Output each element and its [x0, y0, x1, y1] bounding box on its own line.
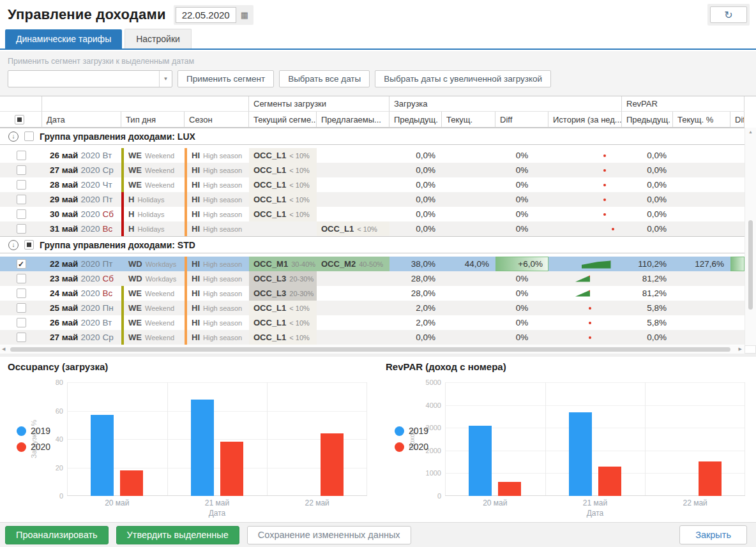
row-checkbox[interactable] [17, 303, 26, 313]
season-code: HI [192, 333, 200, 342]
collapse-icon[interactable]: ↓ [8, 240, 19, 250]
segment-range: < 10% [357, 225, 377, 233]
rows-host: ↓Группа управления доходами: LUX26 май20… [0, 128, 745, 345]
day-type-name: Weekend [145, 290, 174, 297]
analyze-button[interactable]: Проанализировать [5, 526, 109, 544]
vertical-scrollbar[interactable]: ▲ ▼ [745, 128, 756, 354]
row-checkbox[interactable] [17, 195, 26, 204]
col-history[interactable]: История (за нед... [548, 112, 622, 128]
table-row[interactable]: 28 май2020ЧтWEWeekendHIHigh seasonOCC_L1… [0, 177, 745, 192]
scroll-left-icon[interactable]: ◀ [2, 347, 5, 352]
row-checkbox[interactable] [17, 318, 26, 327]
table-row[interactable]: ✓22 май2020ПтWDWorkdaysHIHigh seasonOCC_… [0, 257, 745, 271]
day-type-code: H [128, 209, 134, 219]
col-revpar-diff[interactable]: Diff [730, 112, 745, 128]
date-year: 2020 [80, 224, 100, 234]
group-checkbox[interactable] [24, 240, 34, 250]
collapse-icon[interactable]: ↓ [8, 131, 19, 142]
date-weekday: Пт [102, 259, 112, 269]
approve-selected-button[interactable]: Утвердить выделенные [116, 526, 239, 544]
history-wedge-sparkline [575, 290, 590, 297]
revpar-prev-cell: 0,0% [622, 148, 673, 163]
calendar-icon[interactable]: ▦ [241, 11, 248, 19]
close-button[interactable]: Закрыть [679, 525, 747, 544]
day-type-name: Weekend [145, 152, 174, 160]
refresh-button[interactable]: ↻ [710, 6, 747, 23]
col-revpar-curr[interactable]: Текущ. % [673, 112, 730, 128]
row-checkbox[interactable] [17, 224, 26, 234]
history-sparkline-cell [548, 163, 622, 177]
table-row[interactable]: 31 май2020ВсHHolidaysHIHigh seasonOCC_L1… [0, 221, 745, 236]
table-row[interactable]: 24 май2020ВсWEWeekendHIHigh seasonOCC_L3… [0, 286, 745, 301]
row-checkbox-cell [0, 177, 42, 192]
row-checkbox[interactable] [17, 151, 26, 160]
table-row[interactable]: 25 май2020ПнWEWeekendHIHigh seasonOCC_L1… [0, 301, 745, 315]
date-picker[interactable]: 22.05.2020 ▦ [174, 5, 253, 25]
tab-dynamic-rates[interactable]: Динамические тарифы [5, 29, 122, 49]
filter-controls: ▼ Применить сегмент Выбрать все даты Выб… [8, 70, 748, 87]
col-proposed-segment[interactable]: Предлагаемы... [317, 112, 389, 128]
select-increased-load-dates-button[interactable]: Выбрать даты с увеличенной загрузкой [375, 70, 551, 87]
apply-segment-button[interactable]: Применить сегмент [178, 70, 274, 87]
date-input[interactable]: 22.05.2020 [176, 7, 236, 23]
history-dot [612, 228, 614, 230]
day-type-cell: WEWeekend [121, 286, 185, 301]
chart-legend: 20192020 [395, 426, 428, 458]
season-name: High season [203, 211, 242, 218]
date-year: 2020 [80, 288, 100, 298]
table-row[interactable]: 26 май2020ВтWEWeekendHIHigh seasonOCC_L1… [0, 315, 745, 330]
col-season[interactable]: Сезон [185, 112, 249, 128]
table-row[interactable]: 26 май2020ВтWEWeekendHIHigh seasonOCC_L1… [0, 148, 745, 163]
season-cell: HIHigh season [185, 163, 249, 177]
save-changed-data-button[interactable]: Сохранение измененных данных [247, 526, 411, 544]
group-row[interactable]: ↓Группа управления доходами: LUX [0, 128, 745, 145]
chevron-down-icon[interactable]: ▼ [159, 71, 172, 87]
col-revpar-prev[interactable]: Предыдущ. [622, 112, 673, 128]
col-load-prev[interactable]: Предыдущ. [389, 112, 442, 128]
table-row[interactable]: 23 май2020СбWDWorkdaysHIHigh seasonOCC_L… [0, 271, 745, 286]
load-diff-cell: 0% [495, 315, 548, 330]
col-load-curr[interactable]: Текущ. [442, 112, 495, 128]
row-checkbox[interactable] [17, 209, 26, 219]
table-row[interactable]: 27 май2020СрWEWeekendHIHigh seasonOCC_L1… [0, 163, 745, 177]
row-checkbox[interactable] [17, 288, 26, 298]
top-bar: Управление доходами 22.05.2020 ▦ ↻ [0, 0, 756, 29]
col-day-type[interactable]: Тип дня [121, 112, 185, 128]
table-row[interactable]: 27 май2020СрWEWeekendHIHigh seasonOCC_L1… [0, 330, 745, 345]
tab-settings[interactable]: Настройки [125, 29, 192, 49]
day-type-name: Holidays [137, 211, 164, 218]
scrollbar-corner [745, 345, 756, 354]
segment-select[interactable]: ▼ [8, 70, 172, 87]
row-checkbox[interactable] [17, 165, 26, 175]
col-date[interactable]: Дата [42, 112, 121, 128]
group-checkbox[interactable] [24, 131, 34, 141]
row-checkbox[interactable]: ✓ [17, 259, 26, 269]
season-code: HI [192, 209, 200, 219]
group-row[interactable]: ↓Группа управления доходами: STD [0, 236, 745, 253]
current-segment-cell-value: OCC_L1< 10% [249, 192, 317, 207]
select-all-dates-button[interactable]: Выбрать все даты [279, 70, 370, 87]
row-checkbox[interactable] [17, 180, 26, 190]
select-all-checkbox[interactable] [15, 115, 24, 124]
load-diff-cell: 0% [495, 148, 548, 163]
vertical-scroll-thumb[interactable] [748, 220, 753, 310]
legend-label: 2020 [409, 442, 428, 452]
history-dot [610, 259, 612, 261]
col-load-diff[interactable]: Diff [495, 112, 548, 128]
history-sparkline-cell [548, 301, 622, 315]
history-sparkline-cell [548, 286, 622, 301]
row-checkbox[interactable] [17, 333, 26, 342]
scroll-up-icon[interactable]: ▲ [745, 130, 756, 134]
table-row[interactable]: 29 май2020ПтHHolidaysHIHigh seasonOCC_L1… [0, 192, 745, 207]
row-checkbox[interactable] [17, 274, 26, 283]
horizontal-scroll-thumb[interactable] [10, 347, 730, 352]
bar-2019 [569, 412, 592, 496]
season-name: High season [203, 196, 242, 204]
table-row[interactable]: 30 май2020СбHHolidaysHIHigh seasonOCC_L1… [0, 207, 745, 221]
day-type-cell: WEWeekend [121, 148, 185, 163]
horizontal-scrollbar[interactable]: ◀ ▶ [0, 345, 745, 354]
col-current-segment[interactable]: Текущий сегме... [249, 112, 317, 128]
scroll-right-icon[interactable]: ▶ [739, 347, 742, 352]
date-day-month: 28 май [50, 180, 78, 190]
season-name: High season [203, 304, 242, 312]
